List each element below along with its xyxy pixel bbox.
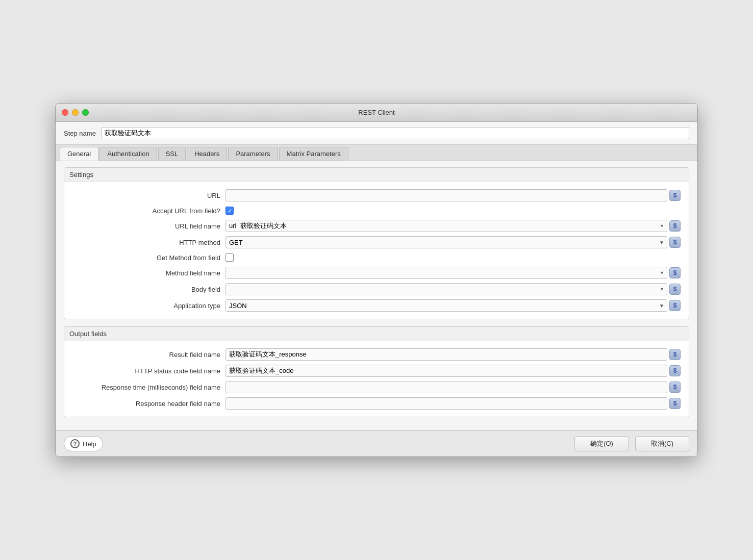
method-field-name-label: Method field name bbox=[72, 269, 225, 277]
body-field-label: Body field bbox=[72, 286, 225, 293]
url-field-name-input[interactable] bbox=[225, 220, 667, 232]
body-field-wrap: ▼ bbox=[225, 283, 667, 295]
http-status-code-input[interactable] bbox=[225, 365, 667, 377]
response-header-dollar-button[interactable]: $ bbox=[669, 398, 681, 409]
response-time-input[interactable] bbox=[225, 381, 667, 393]
minimize-button[interactable] bbox=[72, 109, 79, 116]
response-header-label: Response header field name bbox=[72, 400, 225, 408]
url-control: $ bbox=[225, 189, 681, 201]
step-name-label: Step name bbox=[64, 130, 96, 137]
url-label: URL bbox=[72, 192, 225, 199]
accept-url-checkbox-wrap bbox=[225, 207, 234, 215]
tabs-bar: General Authentication SSL Headers Param… bbox=[56, 145, 697, 161]
output-fields-header: Output fields bbox=[64, 327, 689, 341]
url-field-name-control: ▼ $ bbox=[225, 220, 681, 232]
response-header-input[interactable] bbox=[225, 397, 667, 410]
method-field-name-row: Method field name ▼ $ bbox=[64, 265, 689, 281]
application-type-control: JSON XML TEXT ▼ $ bbox=[225, 299, 681, 312]
get-method-from-field-row: Get Method from field bbox=[64, 250, 689, 265]
application-type-select[interactable]: JSON XML TEXT bbox=[225, 299, 667, 312]
http-status-code-row: HTTP status code field name $ bbox=[64, 363, 689, 379]
settings-header: Settings bbox=[64, 168, 689, 182]
help-icon: ? bbox=[70, 439, 80, 448]
accept-url-label: Accept URL from field? bbox=[72, 207, 225, 215]
help-button[interactable]: ? Help bbox=[64, 436, 103, 451]
response-header-control: $ bbox=[225, 397, 681, 410]
ok-button[interactable]: 确定(O) bbox=[574, 436, 629, 451]
body-field-dollar-button[interactable]: $ bbox=[669, 284, 681, 295]
http-status-code-label: HTTP status code field name bbox=[72, 367, 225, 375]
tab-authentication[interactable]: Authentication bbox=[99, 147, 157, 161]
result-field-name-input[interactable] bbox=[225, 348, 667, 361]
body-field-row: Body field ▼ $ bbox=[64, 281, 689, 297]
response-time-dollar-button[interactable]: $ bbox=[669, 381, 681, 393]
body-field-input[interactable] bbox=[225, 283, 667, 295]
bottom-bar: ? Help 确定(O) 取消(C) bbox=[56, 430, 697, 456]
result-field-name-label: Result field name bbox=[72, 351, 225, 359]
get-method-from-field-control bbox=[225, 253, 681, 262]
response-time-label: Response time (milliseconds) field name bbox=[72, 384, 225, 391]
application-type-select-wrap: JSON XML TEXT ▼ bbox=[225, 299, 667, 312]
response-time-control: $ bbox=[225, 381, 681, 393]
method-field-name-input[interactable] bbox=[225, 267, 667, 279]
tab-parameters[interactable]: Parameters bbox=[228, 147, 278, 161]
http-method-control: GET POST PUT DELETE PATCH ▼ $ bbox=[225, 236, 681, 248]
get-method-checkbox-wrap bbox=[225, 253, 234, 262]
url-field-name-dollar-button[interactable]: $ bbox=[669, 220, 681, 232]
application-type-dollar-button[interactable]: $ bbox=[669, 300, 681, 311]
http-method-select-wrap: GET POST PUT DELETE PATCH ▼ bbox=[225, 236, 667, 248]
output-fields-section: Output fields Result field name $ HTTP s… bbox=[64, 326, 689, 417]
method-field-name-wrap: ▼ bbox=[225, 267, 667, 279]
url-dollar-button[interactable]: $ bbox=[669, 190, 681, 201]
method-field-name-dollar-button[interactable]: $ bbox=[669, 267, 681, 278]
settings-section: Settings URL $ Accept URL from field? bbox=[64, 167, 689, 319]
application-type-row: Application type JSON XML TEXT ▼ $ bbox=[64, 297, 689, 314]
application-type-label: Application type bbox=[72, 302, 225, 310]
http-status-code-control: $ bbox=[225, 365, 681, 377]
get-method-from-field-label: Get Method from field bbox=[72, 254, 225, 262]
close-button[interactable] bbox=[62, 109, 68, 116]
step-name-input[interactable] bbox=[101, 127, 689, 139]
titlebar: REST Client bbox=[56, 104, 697, 122]
result-field-name-row: Result field name $ bbox=[64, 346, 689, 363]
traffic-lights bbox=[62, 109, 89, 116]
url-field-name-row: URL field name ▼ $ bbox=[64, 218, 689, 234]
settings-body: URL $ Accept URL from field? bbox=[64, 182, 689, 319]
rest-client-window: REST Client Step name General Authentica… bbox=[55, 103, 698, 457]
accept-url-checkbox[interactable] bbox=[225, 207, 234, 215]
body-field-control: ▼ $ bbox=[225, 283, 681, 295]
tab-headers[interactable]: Headers bbox=[187, 147, 227, 161]
tab-general[interactable]: General bbox=[60, 147, 98, 161]
tab-ssl[interactable]: SSL bbox=[158, 147, 186, 161]
result-field-name-control: $ bbox=[225, 348, 681, 361]
help-label: Help bbox=[83, 440, 96, 448]
window-title: REST Client bbox=[358, 109, 394, 116]
http-method-row: HTTP method GET POST PUT DELETE PATCH ▼ bbox=[64, 234, 689, 250]
url-row: URL $ bbox=[64, 187, 689, 203]
response-time-row: Response time (milliseconds) field name … bbox=[64, 379, 689, 395]
http-method-label: HTTP method bbox=[72, 239, 225, 246]
method-field-name-control: ▼ $ bbox=[225, 267, 681, 279]
cancel-button[interactable]: 取消(C) bbox=[635, 436, 689, 451]
response-header-row: Response header field name $ bbox=[64, 395, 689, 412]
url-input[interactable] bbox=[225, 189, 667, 201]
maximize-button[interactable] bbox=[82, 109, 89, 116]
tab-matrix-parameters[interactable]: Matrix Parameters bbox=[279, 147, 348, 161]
url-field-name-wrap: ▼ bbox=[225, 220, 667, 232]
get-method-checkbox[interactable] bbox=[225, 253, 234, 262]
output-fields-body: Result field name $ HTTP status code fie… bbox=[64, 341, 689, 417]
step-name-row: Step name bbox=[56, 122, 697, 145]
http-method-dollar-button[interactable]: $ bbox=[669, 237, 681, 248]
result-field-name-dollar-button[interactable]: $ bbox=[669, 349, 681, 360]
url-field-name-label: URL field name bbox=[72, 222, 225, 230]
http-method-select[interactable]: GET POST PUT DELETE PATCH bbox=[225, 236, 667, 248]
accept-url-row: Accept URL from field? bbox=[64, 203, 689, 218]
http-status-code-dollar-button[interactable]: $ bbox=[669, 365, 681, 376]
main-content: Settings URL $ Accept URL from field? bbox=[56, 161, 697, 430]
accept-url-control bbox=[225, 207, 681, 215]
